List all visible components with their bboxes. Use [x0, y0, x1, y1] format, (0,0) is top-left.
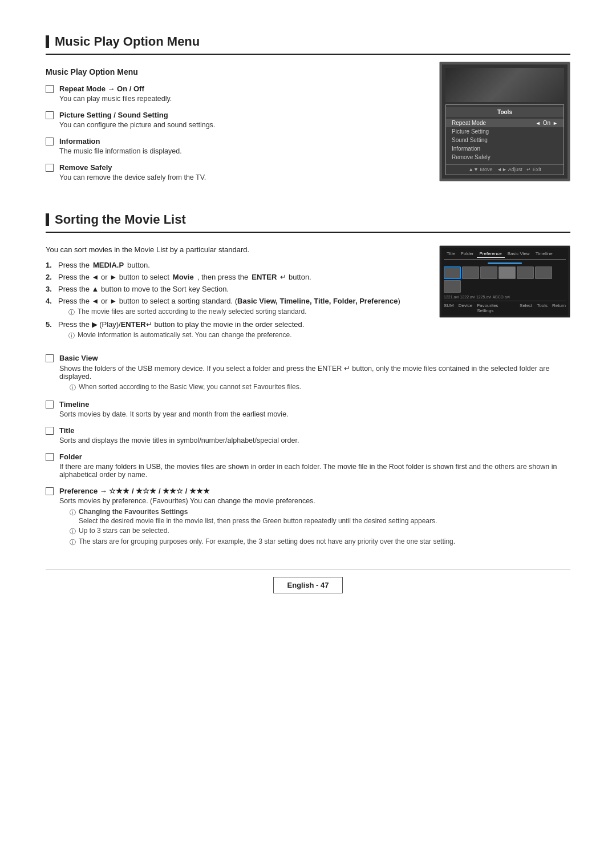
item-basic-view-note: ⓘ When sorted according to the Basic Vie…: [59, 383, 570, 392]
item-basic-view-content: Basic View Shows the folders of the USB …: [59, 354, 570, 392]
movie-screen-inner: Title Folder Preference Basic View Timel…: [441, 248, 568, 316]
step5-note: ⓘMovie information is automatically set.…: [58, 331, 304, 340]
checkbox-icon-preference: [46, 487, 54, 495]
tv-screenshot-inner: Tools Repeat Mode ◄ On ► Picture Setting…: [442, 64, 568, 179]
step-5: Press the ▶ (Play)/ENTER↵ button to play…: [46, 320, 422, 340]
subsection1-title: Music Play Option Menu: [46, 67, 422, 76]
item-preference-title: Preference → ☆★★ / ★☆★ / ★★☆ / ★★★: [59, 487, 570, 495]
section1-title: Music Play Option Menu: [46, 34, 570, 55]
section2-title: Sorting the Movie List: [46, 212, 570, 233]
movie-bottom-bar: SUM Device Favourites Settings Select To…: [444, 301, 566, 313]
movie-tab-preference: Preference: [477, 250, 505, 258]
checkbox-icon-3: [46, 138, 54, 145]
movie-screenshot: Title Folder Preference Basic View Timel…: [439, 245, 570, 318]
item-preference-desc: Sorts movies by preference. (Favourites)…: [59, 497, 570, 505]
step-4: Press the ◄ or ► button to select a sort…: [46, 297, 422, 317]
step-1: Press the MEDIA.P button.: [46, 261, 422, 269]
item-information-title: Information: [59, 137, 422, 145]
preference-note-1: ⓘ Changing the Favourites Settings Selec…: [59, 508, 570, 525]
tools-menu-item-2: Sound Setting: [446, 136, 564, 144]
movie-thumb-3: [480, 266, 497, 279]
item-information-desc: The music file information is displayed.: [59, 147, 422, 155]
tools-menu-item-1: Picture Setting: [446, 127, 564, 136]
item-repeat-mode-desc: You can play music files repeatedly.: [59, 95, 422, 103]
item-remove-safely-desc: You can remove the device safely from th…: [59, 173, 422, 181]
item-preference: Preference → ☆★★ / ★☆★ / ★★☆ / ★★★ Sorts…: [46, 487, 570, 547]
movie-tab-basicview: Basic View: [505, 250, 533, 258]
item-picture-sound-desc: You can configure the picture and sound …: [59, 121, 422, 129]
checkbox-icon: [46, 85, 54, 93]
tv-screenshot: Tools Repeat Mode ◄ On ► Picture Setting…: [439, 62, 570, 181]
checkbox-icon-4: [46, 164, 54, 172]
step-2: Press the ◄ or ► button to select Movie,…: [46, 273, 422, 281]
checkbox-icon-timeline: [46, 401, 54, 409]
movie-tabs: Title Folder Preference Basic View Timel…: [444, 250, 566, 258]
item-title-content: Title Sorts and displays the movie title…: [59, 426, 570, 444]
tools-menu: Tools Repeat Mode ◄ On ► Picture Setting…: [445, 104, 564, 175]
tools-menu-item-3: Information: [446, 144, 564, 153]
movie-tab-title: Title: [444, 250, 458, 258]
checkbox-icon-folder: [46, 453, 54, 461]
movie-thumb-6: [535, 266, 552, 279]
step-3: Press the ▲ button to move to the Sort k…: [46, 285, 422, 293]
item-remove-safely: Remove Safely You can remove the device …: [46, 163, 422, 181]
item-basic-view-title: Basic View: [59, 354, 570, 362]
section-music-play: Music Play Option Menu Music Play Option…: [46, 34, 570, 189]
item-timeline-desc: Sorts movies by date. It sorts by year a…: [59, 410, 570, 418]
movie-thumb-4: [499, 266, 516, 279]
item-timeline: Timeline Sorts movies by date. It sorts …: [46, 400, 570, 418]
section2-items: Basic View Shows the folders of the USB …: [46, 354, 570, 547]
section2-intro: You can sort movies in the Movie List by…: [46, 245, 422, 254]
item-folder-title: Folder: [59, 452, 570, 461]
tools-menu-item-0: Repeat Mode ◄ On ►: [446, 119, 564, 127]
item-timeline-title: Timeline: [59, 400, 570, 409]
item-information-content: Information The music file information i…: [59, 137, 422, 155]
item-repeat-mode: Repeat Mode → On / Off You can play musi…: [46, 84, 422, 103]
item-folder: Folder If there are many folders in USB,…: [46, 452, 570, 479]
item-picture-sound: Picture Setting / Sound Setting You can …: [46, 111, 422, 129]
section2-text: You can sort movies in the Movie List by…: [46, 245, 422, 343]
item-title-title: Title: [59, 426, 570, 435]
item-repeat-mode-title: Repeat Mode → On / Off: [59, 84, 422, 93]
item-folder-content: Folder If there are many folders in USB,…: [59, 452, 570, 479]
item-preference-content: Preference → ☆★★ / ★☆★ / ★★☆ / ★★★ Sorts…: [59, 487, 570, 547]
checkbox-icon-title: [46, 427, 54, 435]
footer-badge: English - 47: [273, 577, 343, 593]
item-title: Title Sorts and displays the movie title…: [46, 426, 570, 444]
section-sorting-movie: Sorting the Movie List You can sort movi…: [46, 212, 570, 547]
item-basic-view: Basic View Shows the folders of the USB …: [46, 354, 570, 392]
movie-thumb-1: [444, 266, 461, 279]
item-information: Information The music file information i…: [46, 137, 422, 155]
item-title-desc: Sorts and displays the movie titles in s…: [59, 436, 570, 444]
movie-thumb-2: [462, 266, 479, 279]
movie-tab-folder: Folder: [458, 250, 477, 258]
step4-note: ⓘThe movie files are sorted according to…: [58, 308, 400, 317]
movie-thumb-5: [517, 266, 534, 279]
item-repeat-mode-content: Repeat Mode → On / Off You can play musi…: [59, 84, 422, 103]
item-folder-desc: If there are many folders in USB, the mo…: [59, 463, 570, 479]
checkbox-icon-basic-view: [46, 354, 54, 362]
movie-thumb-7: [444, 280, 461, 293]
item-picture-sound-title: Picture Setting / Sound Setting: [59, 111, 422, 119]
preference-note-2: ⓘ Up to 3 stars can be selected.: [59, 527, 570, 536]
movie-tab-timeline: Timeline: [533, 250, 556, 258]
tools-nav: ▲▼ Move ◄► Adjust ↵ Exit: [446, 164, 564, 172]
checkbox-icon-2: [46, 111, 54, 119]
item-timeline-content: Timeline Sorts movies by date. It sorts …: [59, 400, 570, 418]
item-picture-sound-content: Picture Setting / Sound Setting You can …: [59, 111, 422, 129]
steps-list: Press the MEDIA.P button. Press the ◄ or…: [46, 261, 422, 340]
preference-note-3: ⓘ The stars are for grouping purposes on…: [59, 537, 570, 547]
item-remove-safely-title: Remove Safely: [59, 163, 422, 172]
tools-menu-item-4: Remove Safely: [446, 153, 564, 161]
item-remove-safely-content: Remove Safely You can remove the device …: [59, 163, 422, 181]
tools-menu-title: Tools: [446, 107, 564, 117]
item-basic-view-desc: Shows the folders of the USB memory devi…: [59, 364, 570, 381]
movie-thumbs: [444, 266, 566, 293]
footer: English - 47: [46, 569, 570, 593]
section1-text: Music Play Option Menu Repeat Mode → On …: [46, 67, 422, 189]
